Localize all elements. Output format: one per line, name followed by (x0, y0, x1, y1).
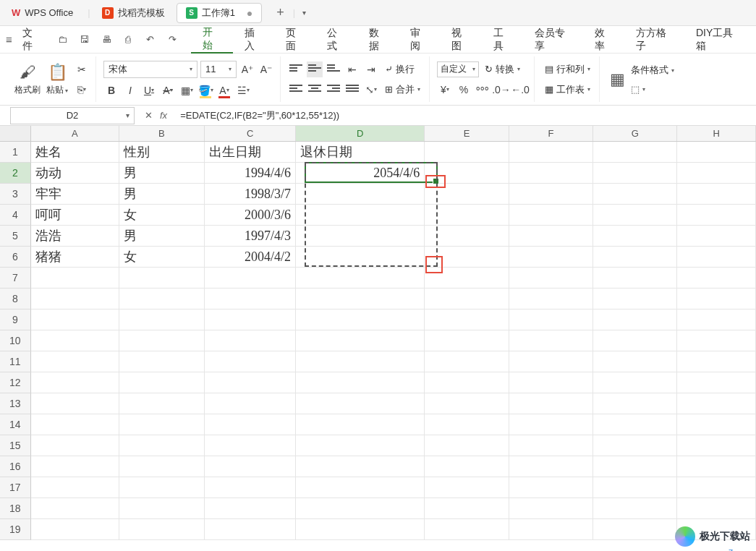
row-header[interactable]: 8 (0, 289, 31, 309)
cell[interactable]: 女 (119, 247, 205, 268)
row-header[interactable]: 19 (0, 519, 31, 540)
fill-color-button[interactable]: 🪣▾ (198, 82, 213, 98)
number-format-select[interactable]: 自定义▾ (437, 61, 479, 77)
cell[interactable] (425, 477, 509, 498)
cell[interactable] (119, 519, 205, 540)
col-header-F[interactable]: F (509, 126, 593, 141)
cell[interactable] (119, 435, 205, 456)
cell[interactable] (677, 435, 756, 456)
tab-page[interactable]: 页面 (274, 26, 315, 54)
tab-vip[interactable]: 会员专享 (523, 26, 583, 54)
cell[interactable] (296, 414, 425, 435)
tab-tools[interactable]: 工具 (482, 26, 523, 54)
hamburger-icon[interactable]: ≡ (6, 33, 12, 46)
cell[interactable]: 2054/4/6 (296, 163, 425, 184)
cell[interactable] (677, 289, 756, 309)
cell[interactable] (509, 226, 593, 247)
orientation-button[interactable]: ⤡▾ (363, 82, 379, 98)
open-icon[interactable]: 🗀 (56, 33, 68, 46)
cell[interactable] (296, 498, 425, 519)
cell[interactable] (593, 435, 677, 456)
tab-view[interactable]: 视图 (440, 26, 481, 54)
cell[interactable]: 姓名 (31, 142, 119, 163)
cell[interactable] (509, 477, 593, 498)
convert-button[interactable]: ↻ 转换▾ (482, 61, 523, 77)
cell[interactable] (509, 142, 593, 163)
cell[interactable]: 呵呵 (31, 205, 119, 226)
bold-button[interactable]: B (103, 82, 119, 98)
cell[interactable]: 2004/4/2 (205, 247, 296, 268)
cell[interactable]: 女 (119, 205, 205, 226)
valign-middle[interactable] (307, 61, 323, 77)
cell[interactable] (296, 226, 425, 247)
cell[interactable] (31, 519, 119, 540)
name-box[interactable]: D2 ▾ (10, 107, 135, 124)
cell[interactable] (296, 519, 425, 540)
row-header[interactable]: 2 (0, 163, 31, 184)
cell[interactable] (296, 456, 425, 477)
copy-icon[interactable]: ⎘▾ (74, 82, 90, 98)
cell[interactable] (509, 414, 593, 435)
tab-efficiency[interactable]: 效率 (583, 26, 624, 54)
col-header-D[interactable]: D (296, 126, 425, 141)
row-header[interactable]: 12 (0, 372, 31, 393)
cell[interactable] (205, 456, 296, 477)
cell[interactable] (296, 393, 425, 414)
rowcol-button[interactable]: ▤ 行和列▾ (542, 61, 593, 77)
cond-format-button[interactable]: 条件格式▾ (628, 62, 677, 78)
cell[interactable]: 退休日期 (296, 142, 425, 163)
redo-icon[interactable]: ↷ (166, 33, 178, 46)
cell[interactable] (509, 330, 593, 351)
cell[interactable] (205, 330, 296, 351)
indent-inc[interactable]: ⇥ (363, 61, 379, 77)
cell[interactable] (509, 519, 593, 540)
formula-input[interactable]: =EDATE(C2,IF(B2="男",60*12,55*12)) (174, 107, 756, 124)
cell[interactable] (296, 351, 425, 372)
cell[interactable] (31, 268, 119, 289)
cell[interactable] (296, 184, 425, 205)
cell[interactable] (425, 351, 509, 372)
cell[interactable] (509, 205, 593, 226)
col-header-A[interactable]: A (31, 126, 119, 141)
cell[interactable] (593, 268, 677, 289)
cell[interactable] (509, 163, 593, 184)
tab-ffgz[interactable]: 方方格子 (624, 26, 684, 54)
underline-button[interactable]: U▾ (141, 82, 157, 98)
row-header[interactable]: 7 (0, 268, 31, 289)
row-header[interactable]: 16 (0, 456, 31, 477)
cell[interactable] (593, 393, 677, 414)
tab-start[interactable]: 开始 (191, 26, 232, 54)
cell[interactable] (677, 205, 756, 226)
cell[interactable] (425, 393, 509, 414)
cell[interactable] (677, 247, 756, 268)
cell[interactable] (593, 289, 677, 309)
cell[interactable] (677, 309, 756, 330)
percent-button[interactable]: % (456, 82, 472, 98)
cell[interactable] (119, 351, 205, 372)
cell[interactable] (31, 414, 119, 435)
col-header-E[interactable]: E (425, 126, 509, 141)
font-color-button[interactable]: A▾ (216, 82, 232, 98)
cell[interactable] (509, 393, 593, 414)
select-all-corner[interactable] (0, 126, 31, 141)
cell[interactable] (509, 268, 593, 289)
row-header[interactable]: 4 (0, 205, 31, 226)
cell[interactable] (425, 498, 509, 519)
cell[interactable] (296, 372, 425, 393)
dec-dec-button[interactable]: ←.0 (512, 82, 528, 98)
cell[interactable] (205, 393, 296, 414)
valign-top[interactable] (288, 61, 304, 77)
print-icon[interactable]: 🖶 (101, 33, 112, 46)
cell[interactable]: 1997/4/3 (205, 226, 296, 247)
wrap-button[interactable]: ⤶ 换行 (382, 61, 417, 77)
cell[interactable] (205, 477, 296, 498)
halign-left[interactable] (288, 82, 304, 98)
cell[interactable] (425, 247, 509, 268)
cell[interactable] (509, 435, 593, 456)
cell[interactable] (425, 226, 509, 247)
cell[interactable] (296, 289, 425, 309)
cell[interactable] (425, 519, 509, 540)
cell[interactable] (425, 414, 509, 435)
cell[interactable] (509, 309, 593, 330)
preview-icon[interactable]: ⎙ (122, 33, 134, 46)
